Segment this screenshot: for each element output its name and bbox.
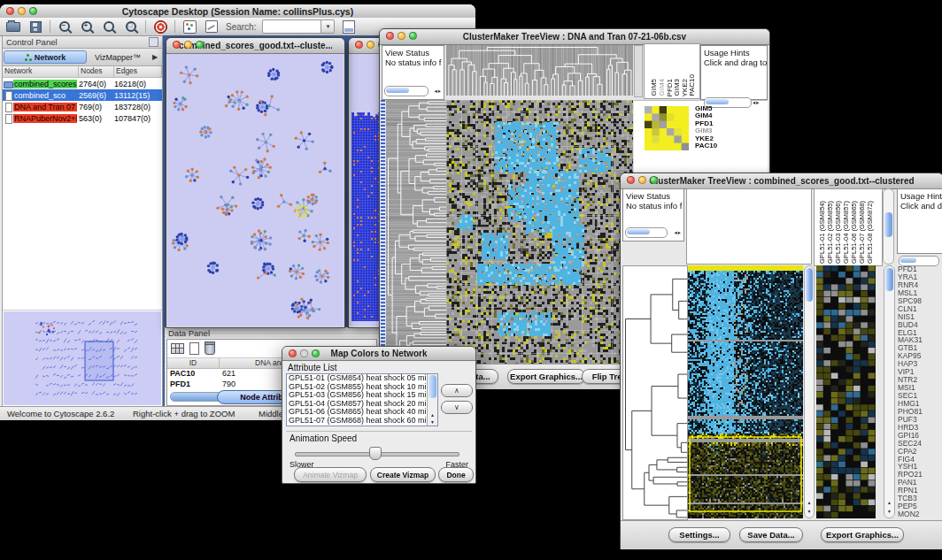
row-dendrogram-canvas[interactable]	[622, 265, 688, 520]
treeview-dna-titlebar[interactable]: ClusterMaker TreeView : DNA and Tran 07-…	[380, 29, 769, 45]
document-icon	[343, 20, 355, 34]
export-graphics-button[interactable]: Export Graphics...	[507, 369, 585, 384]
close-button[interactable]	[6, 7, 14, 15]
export-graphics-button[interactable]: Export Graphics...	[821, 527, 904, 542]
network-overview-panel[interactable]	[4, 311, 161, 405]
heatmap-vscrollbar[interactable]: ▴ ▾	[804, 265, 815, 518]
network-view-canvas[interactable]	[167, 54, 344, 326]
help-button[interactable]	[152, 19, 168, 35]
close-button[interactable]	[386, 32, 394, 40]
zoom-out-button[interactable]: −	[57, 19, 73, 35]
attribute-item[interactable]: GPL51-02 (GSM855) heat shock 10 min	[287, 383, 437, 392]
search-input[interactable]: ▾	[262, 19, 322, 34]
scroll-down-icon[interactable]: ▾	[428, 419, 437, 426]
open-session-button[interactable]	[5, 19, 21, 35]
settings-button[interactable]: Settings...	[668, 527, 730, 542]
scroll-up-icon[interactable]: ▴	[428, 412, 437, 418]
treeview-combined-titlebar[interactable]: ClusterMaker TreeView : combined_scores_…	[621, 173, 942, 189]
float-panel-icon[interactable]	[149, 37, 158, 47]
scroll-arrows-icon[interactable]: ◂▸	[753, 99, 761, 106]
move-up-button[interactable]: ∧	[441, 384, 473, 397]
zoom-in-button[interactable]: +	[79, 19, 95, 35]
view-status-panel: View Status No status info f ◂▸	[382, 45, 444, 100]
network-table-row[interactable]: DNA and Tran 07 769(0) 183728(0)	[3, 101, 162, 112]
network-overview-canvas[interactable]	[4, 311, 161, 403]
zoom-button[interactable]	[29, 7, 37, 15]
delete-attribute-icon[interactable]	[205, 343, 215, 355]
scroll-down-icon[interactable]: ▾	[805, 509, 814, 514]
scroll-up-icon[interactable]: ▴	[884, 500, 894, 505]
minimize-button[interactable]	[367, 41, 374, 49]
view-status-hscrollbar[interactable]	[625, 227, 668, 238]
labels-vscrollbar[interactable]	[883, 188, 894, 265]
done-button[interactable]: Done	[438, 467, 474, 482]
row-dendrogram-canvas[interactable]	[386, 100, 446, 364]
attribute-item[interactable]: GPL51-01 (GSM854) heat shock 05 min	[287, 374, 437, 383]
minimize-button	[300, 349, 308, 357]
speed-slider-thumb[interactable]	[369, 447, 382, 460]
open-folder-icon	[6, 22, 20, 32]
minimize-button[interactable]	[398, 32, 405, 40]
attribute-item[interactable]: GPL51-07 (GSM868) heat shock 60 min	[287, 417, 437, 426]
view-status-hscrollbar[interactable]	[384, 86, 429, 96]
gene-list: PFD1YRA1RNR4MSL1SPC98CLN1NIS1BUD4ELG1MAK…	[898, 265, 942, 518]
attribute-browser-button[interactable]	[341, 19, 357, 35]
column-label: PAC10	[688, 74, 696, 96]
zoom-selected-button[interactable]	[101, 19, 117, 35]
column-dendrogram-canvas[interactable]	[446, 45, 633, 96]
map-colors-dialog: Map Colors to Network Attribute List GPL…	[282, 346, 476, 484]
attribute-item[interactable]: GPL51-03 (GSM856) heat shock 15 min	[287, 391, 437, 400]
gene-list-vscrollbar[interactable]: ▴ ▾	[884, 265, 895, 518]
attribute-item[interactable]: GPL51-04 (GSM857) heat shock 20 min	[287, 400, 437, 409]
save-data-button[interactable]: Save Data...	[739, 527, 803, 542]
network-table-row[interactable]: combined_scores 2764(0) 16218(0)	[3, 78, 162, 89]
minimize-button[interactable]	[18, 7, 26, 15]
heatmap-global-canvas[interactable]	[688, 265, 803, 518]
network-window-titlebar[interactable]: combined_scores_good.txt--cluste...	[166, 38, 344, 54]
toolbar-separator	[145, 20, 146, 33]
tab-network[interactable]: Network	[4, 50, 87, 64]
zoom-button[interactable]	[312, 349, 320, 357]
attribute-list-vscrollbar[interactable]: ▴ ▾	[427, 374, 437, 426]
tab-overflow-button[interactable]: ▶	[149, 53, 161, 61]
select-attributes-icon[interactable]	[171, 343, 184, 354]
close-button[interactable]	[173, 41, 181, 49]
heatmap-zoom-canvas[interactable]	[816, 265, 876, 518]
gene-label[interactable]: MON2	[898, 510, 942, 518]
zoom-button[interactable]	[409, 32, 417, 40]
close-button[interactable]	[355, 41, 363, 49]
close-button[interactable]	[289, 349, 297, 357]
new-attribute-icon[interactable]	[189, 342, 199, 355]
create-vizmap-button[interactable]: Create Vizmap	[370, 467, 436, 482]
column-label: GIM3	[673, 79, 681, 96]
search-dropdown-icon[interactable]: ▾	[320, 19, 335, 34]
network-table-row[interactable]: RNAPuberNov2+I 563(0) 107847(0)	[3, 112, 162, 124]
tab-vizmapper[interactable]: VizMapper™	[87, 53, 149, 62]
attribute-listbox[interactable]: GPL51-01 (GSM854) heat shock 05 minGPL51…	[286, 373, 438, 426]
vizmapper-button[interactable]	[181, 19, 197, 35]
zoom-fit-button[interactable]: □	[123, 19, 139, 35]
scroll-down-icon[interactable]: ▾	[884, 509, 894, 514]
move-down-button[interactable]: ∨	[441, 401, 473, 414]
minimize-button[interactable]	[638, 176, 646, 184]
control-panel-title: Control Panel	[6, 37, 58, 47]
summary-matrix-canvas[interactable]	[645, 106, 689, 150]
scroll-up-icon[interactable]: ▴	[805, 500, 814, 505]
row-tree-scrollstrip[interactable]	[381, 100, 385, 364]
column-labels-panel: GPL51-01 (GSM854)GPL51-02 (GSM855)GPL51-…	[814, 188, 883, 266]
close-button[interactable]	[627, 176, 635, 184]
column-tree-panel	[686, 188, 812, 265]
zoom-button[interactable]	[650, 176, 658, 184]
main-titlebar[interactable]: Cytoscape Desktop (Session Name: collins…	[0, 4, 475, 19]
annotation-button[interactable]	[204, 19, 220, 35]
scroll-arrows-icon[interactable]: ◂▸	[434, 86, 442, 96]
zoom-button[interactable]	[196, 41, 204, 49]
network-table-row[interactable]: combined_sco 2569(6) 13112(15)	[3, 89, 162, 101]
save-session-button[interactable]	[27, 19, 43, 35]
dialog-titlebar[interactable]: Map Colors to Network	[282, 347, 475, 361]
heatmap-global-canvas[interactable]	[446, 100, 633, 364]
column-label: GIM4	[658, 79, 666, 96]
attribute-item[interactable]: GPL51-06 (GSM865) heat shock 40 min	[287, 408, 437, 417]
minimize-button[interactable]	[184, 41, 192, 49]
scroll-arrows-icon[interactable]: ◂▸	[674, 227, 682, 237]
